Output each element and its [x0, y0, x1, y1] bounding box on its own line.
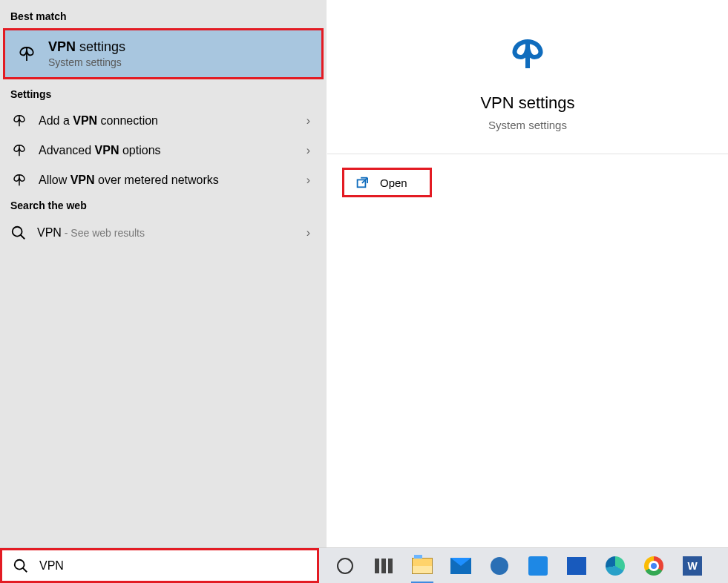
file-explorer-icon[interactable] — [411, 555, 433, 577]
settings-item-label: Add a VPN connection — [39, 114, 296, 128]
app-icon-2[interactable] — [565, 555, 588, 577]
svg-point-6 — [15, 559, 24, 569]
window: Best match VPN settings System settings … — [0, 0, 728, 583]
vpn-icon — [505, 37, 550, 73]
settings-item-label: Allow VPN over metered networks — [39, 174, 296, 187]
taskbar-search-input[interactable] — [39, 559, 306, 573]
open-button-label: Open — [380, 177, 407, 189]
search-icon — [10, 225, 27, 241]
taskbar-search[interactable] — [0, 548, 319, 583]
app-icon-1[interactable] — [527, 555, 549, 577]
web-result-vpn[interactable]: VPN - See web results › — [0, 217, 327, 248]
chevron-right-icon: › — [306, 226, 316, 240]
mail-icon[interactable] — [450, 555, 472, 577]
search-icon — [13, 558, 29, 574]
settings-item-advanced-vpn-options[interactable]: Advanced VPN options › — [0, 136, 327, 165]
best-match-text: VPN settings System settings — [48, 39, 125, 68]
dell-icon[interactable] — [488, 555, 511, 577]
taskbar-tray: W — [319, 548, 728, 583]
edge-icon[interactable] — [604, 555, 626, 577]
vpn-icon — [16, 45, 38, 63]
best-match-title: VPN settings — [48, 39, 125, 55]
results-panel: Best match VPN settings System settings … — [0, 0, 327, 547]
main-area: Best match VPN settings System settings … — [0, 0, 728, 547]
svg-line-1 — [21, 235, 25, 240]
svg-point-0 — [13, 227, 22, 237]
details-actions: Open — [327, 154, 728, 211]
section-settings-label: Settings — [0, 84, 327, 106]
vpn-icon — [10, 113, 28, 128]
section-web-label: Search the web — [0, 195, 327, 217]
vpn-icon — [10, 173, 28, 188]
open-external-icon — [355, 176, 368, 189]
taskbar: W — [0, 547, 728, 583]
section-best-match-label: Best match — [0, 6, 327, 28]
word-icon[interactable]: W — [681, 555, 704, 577]
settings-item-label: Advanced VPN options — [39, 144, 296, 157]
details-panel: VPN settings System settings Open — [327, 0, 728, 547]
details-title: VPN settings — [480, 93, 574, 113]
chevron-right-icon: › — [306, 174, 316, 187]
cortana-icon[interactable] — [334, 555, 356, 577]
settings-item-allow-vpn-metered[interactable]: Allow VPN over metered networks › — [0, 165, 327, 195]
open-button[interactable]: Open — [342, 168, 432, 197]
chevron-right-icon: › — [306, 144, 316, 157]
details-hero: VPN settings System settings — [327, 0, 728, 154]
best-match-subtitle: System settings — [48, 56, 125, 68]
chevron-right-icon: › — [306, 114, 316, 128]
web-result-label: VPN - See web results — [37, 226, 296, 240]
settings-item-add-vpn-connection[interactable]: Add a VPN connection › — [0, 106, 327, 136]
chrome-icon[interactable] — [643, 555, 665, 577]
svg-line-7 — [23, 567, 27, 572]
task-view-icon[interactable] — [373, 555, 395, 577]
details-subtitle: System settings — [488, 119, 567, 131]
vpn-icon — [10, 143, 28, 158]
best-match-result[interactable]: VPN settings System settings — [3, 28, 324, 79]
